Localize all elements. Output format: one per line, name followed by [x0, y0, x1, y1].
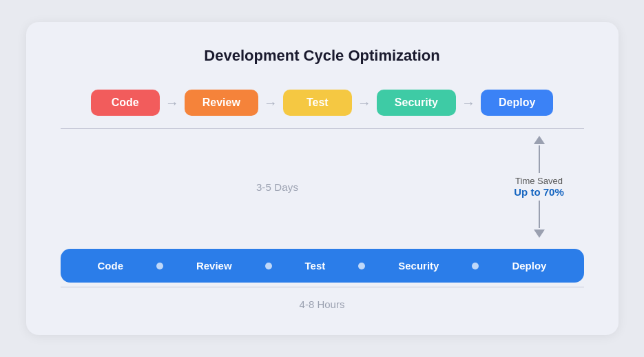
- arrow-4: →: [461, 95, 475, 111]
- arrow-up-icon: [534, 136, 545, 144]
- step-code: Code: [91, 90, 160, 116]
- vertical-line-2: [539, 201, 540, 228]
- opt-step-test: Test: [305, 260, 326, 272]
- optimized-timing-label: 4-8 Hours: [61, 287, 584, 313]
- step-deploy: Deploy: [481, 90, 553, 116]
- arrow-down-icon: [534, 229, 545, 238]
- opt-step-code: Code: [97, 260, 123, 272]
- traditional-timing-section: 3-5 Days: [61, 129, 495, 245]
- time-saved-label: Time Saved: [514, 176, 564, 186]
- opt-dot-1: [156, 263, 163, 269]
- middle-section: 3-5 Days Time Saved Up to 70%: [61, 129, 584, 245]
- opt-step-deploy: Deploy: [512, 260, 546, 272]
- step-security: Security: [377, 90, 456, 116]
- opt-step-security: Security: [398, 260, 439, 272]
- opt-dot-4: [472, 263, 479, 269]
- step-test: Test: [283, 90, 352, 116]
- time-saved-box: Time Saved Up to 70%: [495, 129, 584, 245]
- arrow-2: →: [264, 95, 278, 111]
- arrow-1: →: [165, 95, 179, 111]
- traditional-pipeline: Code → Review → Test → Security → Deploy: [61, 90, 584, 116]
- main-card: Development Cycle Optimization Code → Re…: [26, 22, 619, 335]
- opt-step-review: Review: [196, 260, 232, 272]
- page-title: Development Cycle Optimization: [61, 47, 584, 65]
- optimized-pipeline: Code Review Test Security Deploy: [61, 249, 584, 283]
- step-review: Review: [185, 90, 258, 116]
- vertical-line: [539, 145, 540, 173]
- opt-dot-3: [358, 263, 365, 269]
- time-saved-value: Up to 70%: [514, 186, 564, 198]
- traditional-timing-label: 3-5 Days: [256, 181, 298, 193]
- arrow-3: →: [357, 95, 371, 111]
- opt-dot-2: [265, 263, 272, 269]
